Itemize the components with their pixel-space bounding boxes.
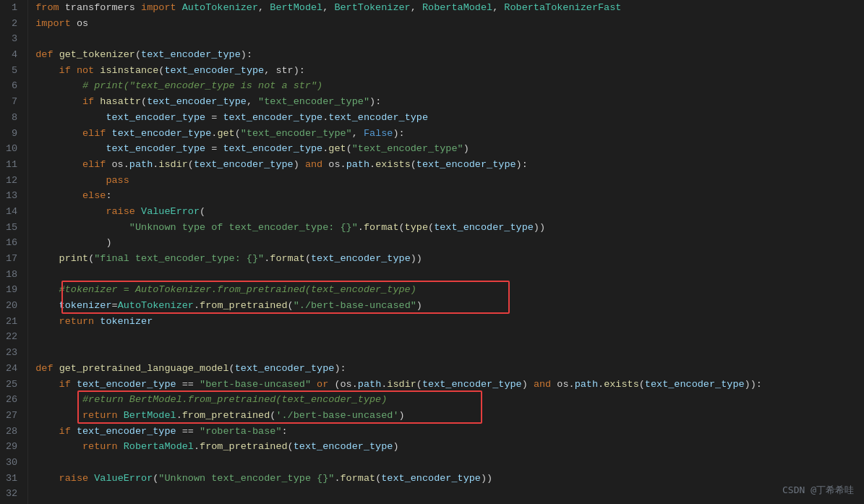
token: from_pretrained <box>182 410 270 421</box>
token: "text_encoder_type" <box>352 143 463 154</box>
token: ) <box>463 143 469 154</box>
token: . <box>598 379 604 390</box>
token: import <box>141 2 176 13</box>
code-line: def get_pretrained_language_model(text_e… <box>35 361 864 377</box>
token: isdir <box>158 159 188 170</box>
code-line: raise ValueError( <box>35 204 864 220</box>
code-line: from transformers import AutoTokenizer, … <box>35 0 864 16</box>
token: not <box>77 65 94 76</box>
token: "final text_encoder_type: {}" <box>94 253 264 264</box>
line-number: 24 <box>6 361 22 377</box>
token: ( <box>305 253 311 264</box>
token: import <box>35 18 71 29</box>
token: ) <box>294 159 305 170</box>
code-line <box>35 486 864 502</box>
code-line: print("final text_encoder_type: {}".form… <box>35 251 864 267</box>
code-line <box>35 267 864 283</box>
token: : <box>106 190 111 201</box>
token: . <box>358 222 364 233</box>
token <box>106 128 111 139</box>
code-line <box>35 455 864 471</box>
token <box>35 206 106 217</box>
code-line: "Unknown type of text_encoder_type: {}".… <box>35 220 864 236</box>
line-number: 1 <box>6 0 22 16</box>
token: text_encoder_type <box>77 426 176 437</box>
token <box>176 2 182 13</box>
token: "Unknown type of text_encoder_type: {}" <box>129 222 358 233</box>
token: text_encoder_type <box>235 363 335 374</box>
code-line: def get_tokenizer(text_encoder_type): <box>35 47 864 63</box>
token: ( <box>411 159 416 170</box>
code-line: else: <box>35 188 864 204</box>
code-line: return BertModel.from_pretrained('./bert… <box>35 408 864 424</box>
token: . <box>334 473 340 484</box>
code-line: ) <box>35 235 864 251</box>
token: . <box>194 300 200 311</box>
token: ( <box>135 49 141 60</box>
token: if <box>59 426 71 437</box>
token: text_encoder_type <box>294 441 393 452</box>
token: os <box>71 18 88 29</box>
line-number: 19 <box>6 282 22 298</box>
token <box>54 363 59 374</box>
code-line: return RobertaModel.from_pretrained(text… <box>35 439 864 455</box>
token: RobertaTokenizerFast <box>504 2 621 13</box>
token: "text_encoder_type" <box>241 128 352 139</box>
token: from_pretrained <box>200 300 288 311</box>
token: else <box>82 190 106 201</box>
token: AutoTokenizer <box>118 300 194 311</box>
token <box>35 159 82 170</box>
code-line: if text_encoder_type == "roberta-base": <box>35 424 864 440</box>
token: and <box>534 379 551 390</box>
token: , <box>258 2 270 13</box>
line-number: 7 <box>6 94 22 110</box>
token: isinstance <box>100 65 158 76</box>
token <box>118 410 124 421</box>
token: exists <box>604 379 639 390</box>
token: raise <box>59 473 89 484</box>
token: ) <box>416 300 422 311</box>
token: "bert-base-uncased" <box>200 379 311 390</box>
token <box>35 473 59 484</box>
token: get_tokenizer <box>59 49 135 60</box>
line-number: 27 <box>6 408 22 424</box>
token <box>35 143 106 154</box>
code-line <box>35 329 864 345</box>
token: path <box>358 379 381 390</box>
code-line: tokenizer=AutoTokenizer.from_pretrained(… <box>35 298 864 314</box>
line-number: 17 <box>6 251 22 267</box>
token: os. <box>322 159 346 170</box>
token <box>35 394 82 405</box>
token: path <box>575 379 598 390</box>
line-number: 4 <box>6 47 22 63</box>
token: )) <box>534 222 545 233</box>
token <box>71 65 77 76</box>
line-number: 16 <box>6 235 22 251</box>
code-line: # print("text_encoder_type is not a str"… <box>35 78 864 94</box>
token: format <box>364 222 399 233</box>
token: ValueError <box>141 206 200 217</box>
token <box>35 65 59 76</box>
token <box>35 300 59 311</box>
token: if <box>82 96 94 107</box>
token: . <box>176 410 182 421</box>
code-editor: 1234567891011121314151617181920212223242… <box>0 0 864 504</box>
token: text_encoder_type <box>381 473 481 484</box>
code-line: pass <box>35 173 864 189</box>
line-number: 9 <box>6 126 22 142</box>
token: os. <box>106 159 129 170</box>
token: "text_encoder_type" <box>258 96 369 107</box>
line-number: 6 <box>6 78 22 94</box>
token: ) <box>522 379 534 390</box>
token <box>35 284 59 295</box>
line-number: 31 <box>6 471 22 487</box>
token: False <box>364 128 393 139</box>
token: = <box>205 112 223 123</box>
token: os. <box>551 379 574 390</box>
token: text_encoder_type <box>164 65 264 76</box>
line-number: 26 <box>6 392 22 408</box>
token: text_encoder_type <box>645 379 745 390</box>
token <box>118 441 124 452</box>
token: './bert-base-uncased' <box>275 410 398 421</box>
code-line <box>35 345 864 361</box>
